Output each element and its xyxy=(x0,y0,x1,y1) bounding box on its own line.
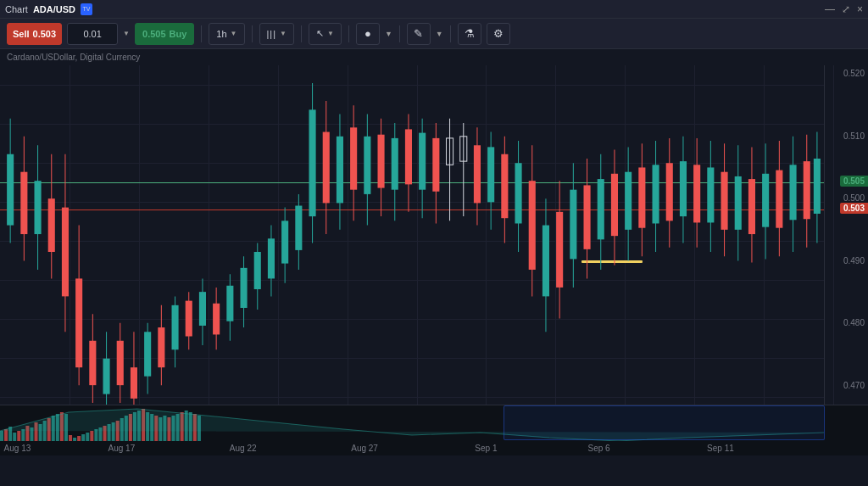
svg-rect-87 xyxy=(598,179,604,239)
svg-rect-75 xyxy=(515,163,522,223)
timeframe-button[interactable]: 1h ▼ xyxy=(209,23,244,45)
overview-bar[interactable]: Aug 13 Aug 17 Aug 22 Aug 27 Sep 1 Sep 6 … xyxy=(0,405,868,455)
ov-label-3: Aug 22 xyxy=(230,444,257,453)
ov-label-1: Aug 13 xyxy=(4,444,31,453)
svg-rect-125 xyxy=(21,429,25,441)
svg-rect-25 xyxy=(172,305,179,349)
price-scale: 0.520 0.510 0.500 0.490 0.480 0.470 0.46… xyxy=(824,65,868,455)
indicators-button[interactable]: ||| ▼ xyxy=(259,23,295,45)
svg-rect-27 xyxy=(186,301,192,337)
separator-4 xyxy=(348,25,349,42)
svg-rect-57 xyxy=(392,138,398,190)
svg-rect-45 xyxy=(309,109,316,216)
ind-chevron: ▼ xyxy=(280,30,287,37)
svg-rect-13 xyxy=(89,341,96,385)
svg-rect-53 xyxy=(364,137,370,194)
price-label-6: 0.470 xyxy=(828,381,865,390)
minimize-btn[interactable]: — xyxy=(825,3,835,15)
cursor-button[interactable]: ↖ ▼ xyxy=(309,23,342,45)
green-price-badge: 0.505 xyxy=(840,176,868,187)
svg-rect-55 xyxy=(378,135,385,188)
svg-rect-37 xyxy=(254,252,261,289)
svg-rect-77 xyxy=(529,181,536,270)
separator-2 xyxy=(252,25,253,42)
candles-chart: .bull-body { fill: #26a69a; } .bear-body… xyxy=(0,65,824,439)
price-label-3: 0.500 xyxy=(828,193,865,203)
svg-rect-17 xyxy=(117,341,124,385)
circle-chevron: ▼ xyxy=(385,30,392,38)
overview-viewport[interactable] xyxy=(504,405,825,440)
chart-area[interactable]: .bull-body { fill: #26a69a; } .bear-body… xyxy=(0,65,868,455)
svg-rect-59 xyxy=(405,129,412,184)
separator-1 xyxy=(201,25,202,42)
svg-rect-7 xyxy=(48,198,55,252)
toolbar: Sell 0.503 ▼ 0.505 Buy 1h ▼ ||| ▼ ↖ ▼ ● … xyxy=(0,19,868,49)
circle-button[interactable]: ● xyxy=(356,23,380,45)
ov-label-4: Aug 27 xyxy=(351,444,378,453)
price-label-1: 0.520 xyxy=(828,69,865,78)
svg-rect-85 xyxy=(584,185,591,249)
svg-rect-81 xyxy=(556,212,563,288)
svg-rect-121 xyxy=(4,429,8,441)
svg-rect-91 xyxy=(625,172,632,230)
svg-rect-5 xyxy=(35,181,42,234)
svg-rect-61 xyxy=(419,133,426,190)
svg-rect-119 xyxy=(814,159,821,214)
draw-button[interactable]: ✎ xyxy=(407,23,431,45)
svg-rect-29 xyxy=(199,292,206,326)
svg-rect-3 xyxy=(20,172,27,234)
red-price-badge: 0.503 xyxy=(840,203,868,214)
sell-button[interactable]: Sell 0.503 xyxy=(7,23,62,45)
svg-rect-19 xyxy=(131,367,137,399)
draw-chevron: ▼ xyxy=(436,30,443,38)
svg-rect-117 xyxy=(804,161,810,219)
overview-time-labels: Aug 13 Aug 17 Aug 22 Aug 27 Sep 1 Sep 6 … xyxy=(0,440,868,455)
svg-rect-51 xyxy=(350,127,357,189)
title-bar-controls[interactable]: — ⤢ × xyxy=(825,3,863,15)
svg-rect-1 xyxy=(7,154,14,226)
svg-rect-33 xyxy=(226,286,233,321)
separator-6 xyxy=(450,25,451,42)
svg-rect-113 xyxy=(776,170,782,228)
buy-button[interactable]: 0.505 Buy xyxy=(135,23,194,45)
svg-rect-89 xyxy=(611,174,618,236)
svg-rect-35 xyxy=(241,268,248,308)
title-bar-left: Chart ADA/USD TV xyxy=(5,3,92,15)
svg-rect-9 xyxy=(62,208,69,297)
svg-rect-115 xyxy=(790,165,797,220)
svg-rect-105 xyxy=(721,172,728,230)
svg-rect-15 xyxy=(103,359,110,394)
chart-subtitle: Cardano/USDollar, Digital Currency xyxy=(0,49,868,65)
svg-rect-41 xyxy=(281,221,288,263)
svg-rect-43 xyxy=(295,206,302,250)
ov-label-6: Sep 6 xyxy=(587,444,609,453)
step-chevron: ▼ xyxy=(123,30,130,37)
svg-rect-103 xyxy=(707,167,714,222)
price-label-2: 0.510 xyxy=(828,131,865,141)
svg-rect-107 xyxy=(735,176,742,230)
ov-label-7: Sep 11 xyxy=(707,444,734,453)
svg-rect-23 xyxy=(158,327,164,367)
svg-rect-93 xyxy=(638,167,645,227)
svg-rect-79 xyxy=(542,226,549,297)
svg-rect-109 xyxy=(748,179,755,234)
svg-rect-99 xyxy=(680,161,687,216)
svg-rect-71 xyxy=(487,147,494,202)
svg-rect-21 xyxy=(144,332,151,376)
settings-button[interactable]: ⚙ xyxy=(487,23,510,45)
ov-label-2: Aug 17 xyxy=(108,444,136,453)
price-label-4: 0.490 xyxy=(828,256,865,265)
close-btn[interactable]: × xyxy=(857,3,863,15)
svg-rect-101 xyxy=(693,165,700,222)
tf-chevron: ▼ xyxy=(231,30,237,37)
ov-label-5: Sep 1 xyxy=(475,444,497,453)
cursor-chevron: ▼ xyxy=(327,30,334,37)
step-input[interactable] xyxy=(67,23,118,45)
restore-btn[interactable]: ⤢ xyxy=(842,3,850,15)
flask-button[interactable]: ⚗ xyxy=(458,23,481,45)
svg-rect-73 xyxy=(501,154,508,218)
svg-rect-11 xyxy=(75,278,82,367)
svg-rect-97 xyxy=(666,163,673,221)
svg-rect-47 xyxy=(323,132,330,204)
svg-rect-49 xyxy=(337,137,343,204)
